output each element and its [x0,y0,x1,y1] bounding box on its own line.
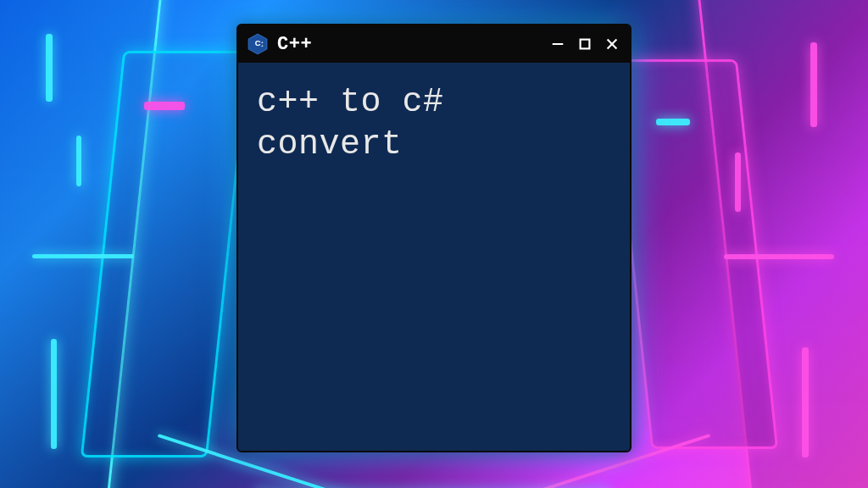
terminal-body[interactable]: c++ to c# convert [238,63,630,451]
accent-pink-5 [802,347,809,458]
cpp-logo-icon: C + + [247,33,269,55]
accent-pink-3 [735,152,741,212]
accent-cyan-3 [32,254,134,258]
accent-pink-2 [810,42,817,127]
svg-rect-5 [581,40,590,49]
terminal-window: C + + C++ c++ to c# convert [236,24,632,452]
titlebar[interactable]: C + + C++ [238,25,630,63]
accent-cyan-5 [656,119,690,125]
svg-text:C: C [255,39,261,47]
close-button[interactable] [603,35,621,53]
accent-cyan-2 [76,136,81,186]
accent-pink-4 [724,254,834,259]
maximize-button[interactable] [576,35,594,53]
window-title: C++ [277,34,312,55]
accent-cyan-4 [51,339,57,449]
accent-pink-1 [144,102,185,110]
accent-cyan-1 [46,34,53,102]
minimize-button[interactable] [548,35,567,53]
terminal-content: c++ to c# convert [257,81,611,166]
window-controls [548,35,621,53]
